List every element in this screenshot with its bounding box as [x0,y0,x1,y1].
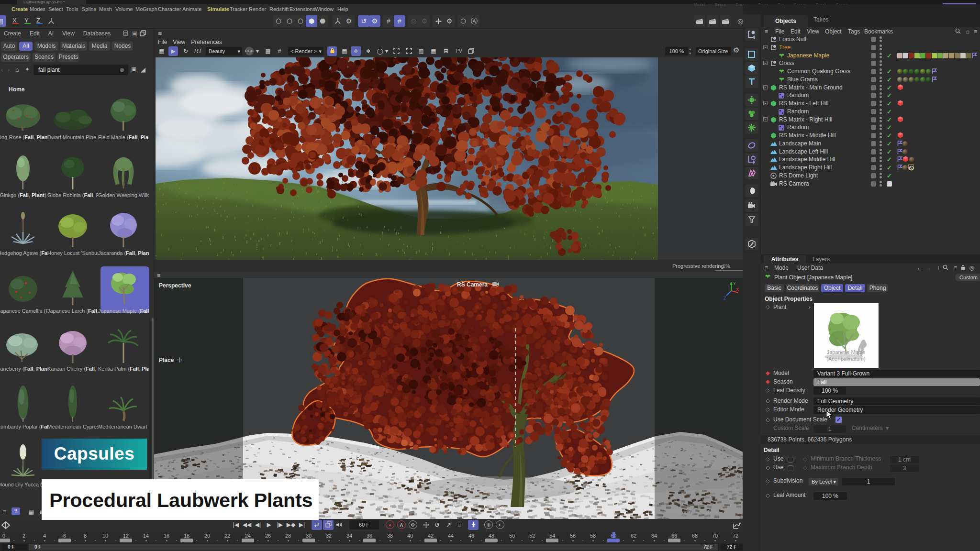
svg-text:Z: Z [724,296,726,300]
svg-text:Y: Y [733,281,736,286]
svg-text:X: X [736,287,739,292]
svg-text:Japanese Maple: Japanese Maple [827,349,866,355]
svg-text:(Acer palmatum): (Acer palmatum) [826,356,865,362]
